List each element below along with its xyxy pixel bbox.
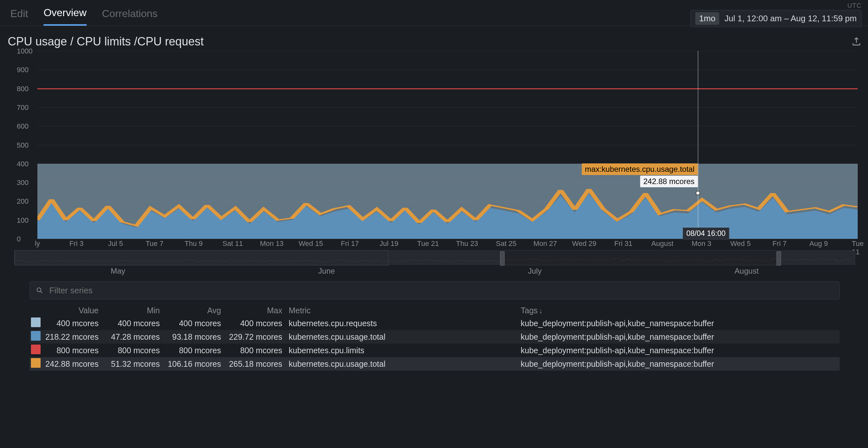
svg-point-0 xyxy=(37,288,41,292)
table-row[interactable]: 800 mcores800 mcores800 mcores800 mcores… xyxy=(30,344,840,357)
chart-tooltip: max:kubernetes.cpu.usage.total 242.88 mc… xyxy=(582,163,698,187)
y-axis: 10009008007006005004003002001000 xyxy=(17,51,37,249)
col-max[interactable]: Max xyxy=(227,306,289,315)
table-row[interactable]: 400 mcores400 mcores400 mcores400 mcores… xyxy=(30,317,840,330)
crosshair xyxy=(698,51,698,239)
time-range-text: Jul 1, 12:00 am – Aug 12, 11:59 pm xyxy=(724,13,857,24)
filter-series-field[interactable] xyxy=(49,285,834,296)
col-metric[interactable]: Metric xyxy=(289,306,521,315)
main-tabs: Edit Overview Correlations xyxy=(10,0,158,26)
search-icon xyxy=(36,287,43,294)
col-tags[interactable]: Tags↓ xyxy=(521,306,840,315)
series-swatch xyxy=(31,358,40,368)
table-row[interactable]: 218.22 mcores47.28 mcores93.18 mcores229… xyxy=(30,330,840,344)
table-row[interactable]: 242.88 mcores51.32 mcores106.16 mcores26… xyxy=(30,357,840,371)
sort-arrow-icon: ↓ xyxy=(539,307,542,315)
tab-edit[interactable]: Edit xyxy=(10,1,28,26)
time-window-pill[interactable]: 1mo xyxy=(695,12,719,25)
tooltip-metric: max:kubernetes.cpu.usage.total xyxy=(582,163,698,175)
crosshair-timestamp: 08/04 16:00 xyxy=(683,228,729,239)
tooltip-value: 242.88 mcores xyxy=(640,176,698,187)
chart-canvas[interactable]: 10009008007006005004003002001000 max:kub… xyxy=(8,51,862,249)
export-icon[interactable] xyxy=(851,36,862,47)
series-swatch xyxy=(31,345,40,354)
col-min[interactable]: Min xyxy=(105,306,166,315)
filter-series-input[interactable] xyxy=(30,281,840,299)
series-swatch xyxy=(31,318,40,327)
legend-table-header: Value Min Avg Max Metric Tags↓ xyxy=(30,305,840,317)
series-swatch xyxy=(31,331,40,341)
tab-overview[interactable]: Overview xyxy=(43,1,86,26)
scrub-handle-right[interactable] xyxy=(776,251,781,266)
timezone-label: UTC xyxy=(847,2,862,9)
x-axis: lyFri 3Jul 5Tue 7Thu 9Sat 11Mon 13Wed 15… xyxy=(37,239,858,249)
chart-title: CPU usage / CPU limits /CPU request xyxy=(8,35,204,48)
scrub-bar[interactable]: MayJuneJulyAugust xyxy=(8,250,862,272)
col-value[interactable]: Value xyxy=(44,306,105,315)
tab-correlations[interactable]: Correlations xyxy=(102,1,158,26)
scrub-handle-left[interactable] xyxy=(500,251,504,266)
col-avg[interactable]: Avg xyxy=(166,306,227,315)
time-range-picker[interactable]: 1mo Jul 1, 12:00 am – Aug 12, 11:59 pm xyxy=(690,10,862,27)
scrub-selection[interactable] xyxy=(502,250,779,266)
